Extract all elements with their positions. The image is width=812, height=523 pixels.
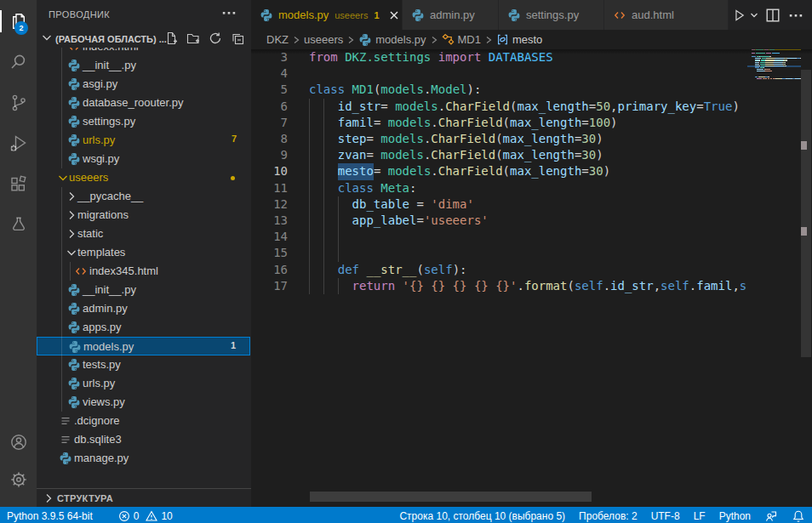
status-notifications[interactable] (785, 507, 812, 523)
tree-item-label: index345.html (89, 264, 158, 277)
minimap-code-segment (757, 71, 764, 71)
tree-item--init-py[interactable]: __init__.py (37, 56, 251, 75)
activity-bar-item-search[interactable] (0, 42, 37, 82)
tree-item-inner: models.py1 (37, 337, 250, 355)
minimap-code-segment (755, 67, 759, 68)
tree-item-urls-py[interactable]: urls.py7 (37, 131, 251, 150)
refresh-icon[interactable] (209, 31, 222, 45)
editor-pane: models.pyuseeers1admin.pysettings.pyaud.… (251, 0, 812, 507)
tab-aud-html[interactable]: aud.html (604, 0, 729, 30)
tree-item-apps-py[interactable]: apps.py (37, 318, 251, 337)
activity-badge: 2 (14, 21, 28, 35)
tree-item-index345-html[interactable]: index345.html (37, 262, 251, 281)
tree-item-label: __init__.py (83, 59, 136, 71)
indent-guide (309, 245, 310, 261)
tree-item--pycache-[interactable]: __pycache__ (37, 187, 251, 206)
tree-item-label: tests.py (83, 358, 121, 371)
minimap-code-segment (758, 62, 759, 63)
status-indentation[interactable]: Пробелов: 2 (572, 507, 644, 523)
minimap[interactable] (747, 0, 801, 458)
tree-item-label: manage.py (74, 452, 129, 464)
breadcrumb-MD1[interactable]: MD1 (442, 33, 481, 46)
new-folder-icon[interactable] (186, 31, 200, 45)
tree-item-migrations[interactable]: migrations (37, 206, 251, 225)
collapse-all-icon[interactable] (231, 31, 244, 45)
sidebar-title: ПРОВОДНИК (49, 9, 110, 20)
tree-item-db-sqlite3[interactable]: db.sqlite3 (37, 430, 251, 449)
tree-item-templates[interactable]: templates (37, 243, 251, 262)
tree-item--dcignore[interactable]: .dcignore (37, 412, 251, 430)
status-encoding[interactable]: UTF-8 (644, 507, 687, 523)
minimap-code-segment (765, 69, 770, 70)
tab-models-py[interactable]: models.pyuseeers1 (251, 0, 403, 30)
breadcrumb-label: useeers (304, 33, 343, 46)
tree-item-asgi-py[interactable]: asgi.py (37, 75, 251, 94)
tree-item-admin-py[interactable]: admin.py (37, 299, 251, 318)
breadcrumb-models-py[interactable]: models.py (358, 33, 426, 47)
indent-guide (338, 229, 339, 245)
python-file-icon (67, 358, 81, 372)
error-count: 0 (134, 510, 140, 522)
tree-item-views-py[interactable]: views.py (37, 393, 251, 412)
close-icon[interactable] (387, 9, 401, 22)
code-line-5: 5class MD1(models.Model): (251, 82, 746, 99)
status-label: UTF-8 (651, 510, 680, 522)
tab-settings-py[interactable]: settings.py (499, 0, 604, 30)
activity-bar-item-settings[interactable] (0, 459, 37, 500)
vertical-scrollbar[interactable] (801, 70, 811, 357)
activity-bar-item-run-debug[interactable] (0, 123, 37, 164)
editor-scroll-shadow (251, 49, 812, 54)
tree-item-manage-py[interactable]: manage.py (37, 449, 251, 468)
modified-dot-badge (231, 176, 235, 180)
tree-item--init-py[interactable]: __init__.py (37, 281, 251, 299)
code-editor[interactable]: 3from DKZ.settings import DATABASES45cla… (251, 49, 746, 507)
status-feedback[interactable] (758, 507, 785, 523)
breadcrumb-useeers[interactable]: useeers (304, 33, 343, 46)
tab-admin-py[interactable]: admin.py (403, 0, 499, 30)
horizontal-scrollbar[interactable] (310, 492, 592, 502)
tree-item-wsgi-py[interactable]: wsgi.py (37, 150, 251, 168)
status-label: LF (694, 510, 706, 522)
run-button[interactable] (731, 0, 747, 30)
more-actions-icon[interactable] (220, 4, 237, 25)
tree-indent-guide (61, 187, 62, 412)
tree-item-models-py[interactable]: models.py1 (37, 337, 251, 355)
tree-item-useeers[interactable]: useeers (37, 168, 251, 187)
breadcrumb-mesto[interactable]: mesto (496, 33, 542, 46)
code-text: step= models.CharField(max_length=30) (309, 131, 603, 147)
outline-section-header[interactable]: СТРУКТУРА (37, 488, 251, 507)
tree-item-tests-py[interactable]: tests.py (37, 355, 251, 374)
code-line-15: 15 (251, 245, 746, 262)
problems-count-badge: 7 (232, 134, 237, 144)
tree-item-label: apps.py (83, 321, 122, 333)
tab-bar: models.pyuseeers1admin.pysettings.pyaud.… (251, 0, 812, 30)
activity-bar-item-testing[interactable] (0, 205, 37, 246)
status-eol[interactable]: LF (687, 507, 712, 523)
status-language-mode[interactable]: Python (712, 507, 758, 523)
activity-bar-item-source-control[interactable] (0, 82, 37, 123)
activity-bar-item-extensions[interactable] (0, 164, 37, 205)
tree-item-settings-py[interactable]: settings.py (37, 112, 251, 131)
outline-section-label: СТРУКТУРА (57, 493, 113, 503)
explorer-sidebar: indexx.html__init__.pyasgi.pydatabase_ro… (37, 0, 251, 507)
breadcrumb-DKZ[interactable]: DKZ (266, 33, 289, 46)
python-file-icon (358, 33, 372, 47)
code-text: db_table = 'dima' (309, 196, 474, 213)
activity-bar-item-explorer[interactable]: 2 (0, 1, 37, 42)
tree-item-label: templates (77, 246, 125, 259)
tree-item-static[interactable]: static (37, 225, 251, 243)
activity-bar-item-account[interactable] (0, 422, 37, 463)
breadcrumb-label: mesto (512, 33, 542, 46)
tree-item-urls-py[interactable]: urls.py (37, 374, 251, 393)
status-problems[interactable]: 010 (112, 507, 180, 523)
minimap-code-segment (765, 71, 773, 71)
tree-item-label: .dcignore (74, 414, 119, 427)
minimap-code-segment (775, 60, 783, 60)
tree-item-database-roouter-py[interactable]: database_roouter.py (37, 94, 251, 112)
status-interpreter[interactable]: Python 3.9.5 64-bit (0, 507, 100, 523)
chevron-down-icon (56, 171, 70, 185)
new-file-icon[interactable] (164, 31, 178, 45)
status-cursor-position[interactable]: Строка 10, столбец 10 (выбрано 5) (392, 507, 572, 523)
minimap-code-segment (767, 58, 775, 59)
active-view-indicator (0, 10, 2, 32)
